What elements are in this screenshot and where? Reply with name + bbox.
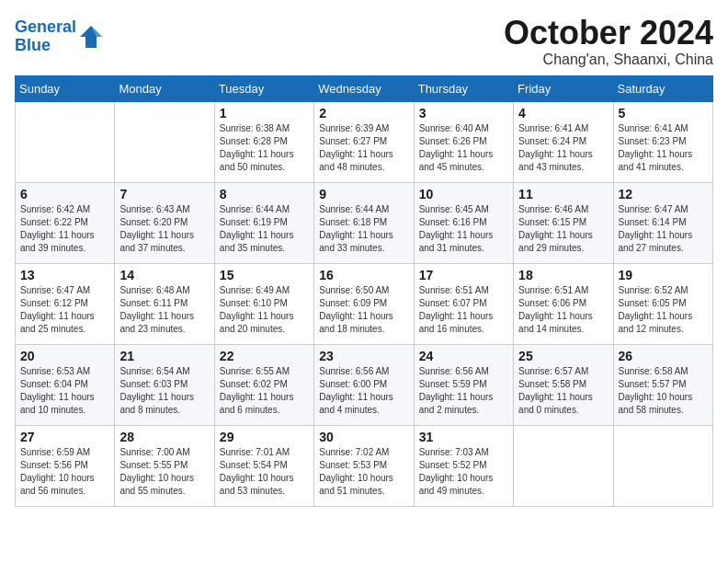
day-number: 20 [20, 349, 109, 363]
day-detail: Sunrise: 6:45 AMSunset: 6:16 PMDaylight:… [419, 203, 508, 255]
calendar-cell: 13Sunrise: 6:47 AMSunset: 6:12 PMDayligh… [16, 263, 115, 344]
day-number: 14 [119, 268, 209, 282]
day-number: 5 [619, 106, 708, 121]
week-row-0: 1Sunrise: 6:38 AMSunset: 6:28 PMDaylight… [16, 101, 713, 182]
day-detail: Sunrise: 6:47 AMSunset: 6:12 PMDaylight:… [20, 284, 109, 336]
day-detail: Sunrise: 6:51 AMSunset: 6:07 PMDaylight:… [419, 284, 508, 336]
day-number: 6 [20, 187, 109, 201]
calendar-cell: 27Sunrise: 6:59 AMSunset: 5:56 PMDayligh… [16, 425, 115, 506]
day-detail: Sunrise: 6:51 AMSunset: 6:06 PMDaylight:… [518, 284, 608, 336]
calendar-cell [613, 425, 712, 506]
day-number: 7 [119, 187, 209, 201]
weekday-header-sunday: Sunday [16, 75, 115, 101]
calendar-cell [115, 101, 214, 182]
day-number: 2 [319, 106, 408, 121]
calendar-cell [16, 101, 115, 182]
calendar-cell: 15Sunrise: 6:49 AMSunset: 6:10 PMDayligh… [214, 263, 313, 344]
day-detail: Sunrise: 6:41 AMSunset: 6:23 PMDaylight:… [619, 122, 708, 174]
week-row-1: 6Sunrise: 6:42 AMSunset: 6:22 PMDaylight… [16, 182, 713, 263]
day-detail: Sunrise: 6:50 AMSunset: 6:09 PMDaylight:… [319, 284, 408, 336]
day-detail: Sunrise: 6:44 AMSunset: 6:18 PMDaylight:… [319, 203, 408, 255]
calendar-cell: 6Sunrise: 6:42 AMSunset: 6:22 PMDaylight… [16, 182, 115, 263]
calendar-cell: 25Sunrise: 6:57 AMSunset: 5:58 PMDayligh… [514, 344, 613, 425]
day-detail: Sunrise: 6:38 AMSunset: 6:28 PMDaylight:… [220, 122, 309, 174]
day-number: 19 [619, 268, 708, 282]
day-number: 30 [319, 430, 408, 444]
day-number: 13 [20, 268, 109, 282]
day-detail: Sunrise: 6:56 AMSunset: 6:00 PMDaylight:… [319, 365, 408, 417]
day-detail: Sunrise: 6:59 AMSunset: 5:56 PMDaylight:… [20, 446, 109, 498]
calendar-cell: 10Sunrise: 6:45 AMSunset: 6:16 PMDayligh… [414, 182, 513, 263]
day-number: 25 [518, 349, 608, 363]
day-number: 10 [419, 187, 508, 201]
day-detail: Sunrise: 6:53 AMSunset: 6:04 PMDaylight:… [20, 365, 109, 417]
day-detail: Sunrise: 6:47 AMSunset: 6:14 PMDaylight:… [619, 203, 708, 255]
calendar-cell: 29Sunrise: 7:01 AMSunset: 5:54 PMDayligh… [214, 425, 313, 506]
weekday-header-wednesday: Wednesday [314, 75, 414, 101]
day-number: 11 [518, 187, 608, 201]
calendar-cell: 3Sunrise: 6:40 AMSunset: 6:26 PMDaylight… [414, 101, 513, 182]
day-number: 26 [619, 349, 708, 363]
day-detail: Sunrise: 7:02 AMSunset: 5:53 PMDaylight:… [319, 446, 408, 498]
calendar-cell: 26Sunrise: 6:58 AMSunset: 5:57 PMDayligh… [613, 344, 712, 425]
week-row-4: 27Sunrise: 6:59 AMSunset: 5:56 PMDayligh… [16, 425, 713, 506]
week-row-3: 20Sunrise: 6:53 AMSunset: 6:04 PMDayligh… [16, 344, 713, 425]
calendar-table: SundayMondayTuesdayWednesdayThursdayFrid… [15, 75, 713, 507]
calendar-cell: 22Sunrise: 6:55 AMSunset: 6:02 PMDayligh… [214, 344, 313, 425]
day-detail: Sunrise: 6:44 AMSunset: 6:19 PMDaylight:… [220, 203, 309, 255]
calendar-cell: 9Sunrise: 6:44 AMSunset: 6:18 PMDaylight… [314, 182, 414, 263]
day-detail: Sunrise: 6:41 AMSunset: 6:24 PMDaylight:… [518, 122, 608, 174]
day-number: 1 [220, 106, 309, 121]
calendar-cell: 4Sunrise: 6:41 AMSunset: 6:24 PMDaylight… [514, 101, 613, 182]
calendar-cell: 5Sunrise: 6:41 AMSunset: 6:23 PMDaylight… [613, 101, 712, 182]
calendar-cell: 20Sunrise: 6:53 AMSunset: 6:04 PMDayligh… [16, 344, 115, 425]
calendar-cell: 14Sunrise: 6:48 AMSunset: 6:11 PMDayligh… [115, 263, 214, 344]
day-number: 22 [220, 349, 309, 363]
day-number: 9 [319, 187, 408, 201]
calendar-cell [514, 425, 613, 506]
day-number: 15 [220, 268, 309, 282]
header: GeneralBlue October 2024 Chang'an, Shaan… [15, 15, 713, 68]
day-detail: Sunrise: 6:55 AMSunset: 6:02 PMDaylight:… [220, 365, 309, 417]
weekday-header-friday: Friday [514, 75, 613, 101]
day-detail: Sunrise: 6:42 AMSunset: 6:22 PMDaylight:… [20, 203, 109, 255]
calendar-cell: 8Sunrise: 6:44 AMSunset: 6:19 PMDaylight… [214, 182, 313, 263]
week-row-2: 13Sunrise: 6:47 AMSunset: 6:12 PMDayligh… [16, 263, 713, 344]
day-number: 8 [220, 187, 309, 201]
logo-icon [78, 24, 104, 50]
day-detail: Sunrise: 7:00 AMSunset: 5:55 PMDaylight:… [119, 446, 209, 498]
calendar-cell: 7Sunrise: 6:43 AMSunset: 6:20 PMDaylight… [115, 182, 214, 263]
day-number: 12 [619, 187, 708, 201]
day-number: 28 [119, 430, 209, 444]
day-number: 24 [419, 349, 508, 363]
weekday-header-monday: Monday [115, 75, 214, 101]
day-number: 27 [20, 430, 109, 444]
day-number: 16 [319, 268, 408, 282]
logo: GeneralBlue [15, 18, 104, 55]
calendar-cell: 28Sunrise: 7:00 AMSunset: 5:55 PMDayligh… [115, 425, 214, 506]
day-number: 3 [419, 106, 508, 121]
day-detail: Sunrise: 6:58 AMSunset: 5:57 PMDaylight:… [619, 365, 708, 417]
day-detail: Sunrise: 6:52 AMSunset: 6:05 PMDaylight:… [619, 284, 708, 336]
weekday-header-thursday: Thursday [414, 75, 513, 101]
calendar-cell: 17Sunrise: 6:51 AMSunset: 6:07 PMDayligh… [414, 263, 513, 344]
calendar-cell: 1Sunrise: 6:38 AMSunset: 6:28 PMDaylight… [214, 101, 313, 182]
day-detail: Sunrise: 6:43 AMSunset: 6:20 PMDaylight:… [119, 203, 209, 255]
month-title: October 2024 [504, 15, 713, 52]
day-number: 23 [319, 349, 408, 363]
calendar-cell: 18Sunrise: 6:51 AMSunset: 6:06 PMDayligh… [514, 263, 613, 344]
day-number: 31 [419, 430, 508, 444]
weekday-header-tuesday: Tuesday [214, 75, 313, 101]
calendar-cell: 24Sunrise: 6:56 AMSunset: 5:59 PMDayligh… [414, 344, 513, 425]
calendar-cell: 31Sunrise: 7:03 AMSunset: 5:52 PMDayligh… [414, 425, 513, 506]
day-number: 18 [518, 268, 608, 282]
title-area: October 2024 Chang'an, Shaanxi, China [504, 15, 713, 68]
calendar-cell: 23Sunrise: 6:56 AMSunset: 6:00 PMDayligh… [314, 344, 414, 425]
day-number: 21 [119, 349, 209, 363]
calendar-cell: 16Sunrise: 6:50 AMSunset: 6:09 PMDayligh… [314, 263, 414, 344]
weekday-header-saturday: Saturday [613, 75, 712, 101]
day-detail: Sunrise: 7:03 AMSunset: 5:52 PMDaylight:… [419, 446, 508, 498]
calendar-cell: 30Sunrise: 7:02 AMSunset: 5:53 PMDayligh… [314, 425, 414, 506]
day-number: 29 [220, 430, 309, 444]
day-number: 17 [419, 268, 508, 282]
